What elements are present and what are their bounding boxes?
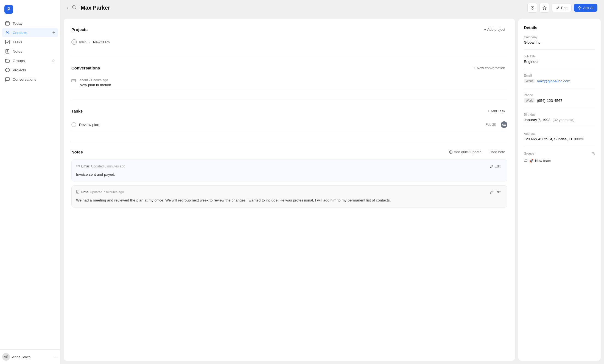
company-label: Company	[524, 35, 595, 39]
birthday-label: Birthday	[524, 113, 595, 116]
sidebar-user: AS Anna Smith ⋯	[0, 349, 60, 364]
tasks-section: Tasks + Add Task Review plan Feb 28 AW	[71, 108, 507, 131]
email-value[interactable]: max@globalinc.com	[537, 79, 570, 83]
birthday-row: January 7, 1993 (32 years old)	[524, 118, 595, 122]
user-menu-button[interactable]: ⋯	[54, 354, 58, 360]
search-icon[interactable]	[72, 5, 76, 10]
note-edit-button[interactable]: Edit	[488, 164, 503, 169]
avatar: AS	[2, 353, 10, 361]
detail-address: Address 123 NW 456th St, Sunrise, FL 333…	[524, 132, 595, 146]
list-item[interactable]: about 21 hours ago New plan in motion	[71, 75, 507, 90]
sidebar-item-projects-label: Projects	[13, 68, 26, 72]
details-title: Details	[524, 25, 595, 30]
add-quick-update-label: Add quick update	[454, 150, 481, 154]
sidebar-item-notes-label: Notes	[13, 49, 22, 54]
document-icon	[5, 49, 10, 54]
groups-edit-button[interactable]: ✎	[592, 151, 595, 156]
calendar-icon	[5, 21, 10, 26]
sidebar-item-tasks[interactable]: Tasks	[2, 37, 58, 47]
sidebar-item-notes[interactable]: Notes	[2, 47, 58, 56]
svg-rect-0	[5, 22, 9, 25]
main-area: ‹ Max Parker	[60, 0, 604, 364]
notes-header: Notes Add quick update + Add note	[71, 149, 507, 155]
sidebar-item-today[interactable]: Today	[2, 19, 58, 28]
email-icon	[71, 79, 77, 84]
star-button[interactable]	[539, 3, 549, 13]
project-icon	[5, 68, 10, 72]
email-label: Email	[524, 74, 595, 77]
task-assignee-avatar: AW	[501, 121, 507, 128]
conversations-title: Conversations	[71, 66, 100, 70]
note-edit-button[interactable]: Edit	[488, 189, 503, 195]
groups-star-icon[interactable]: ☆	[52, 58, 55, 63]
sidebar-nav: Today Contacts + Tasks	[0, 19, 60, 349]
contacts-add-icon[interactable]: +	[52, 30, 55, 35]
job-title-label: Job title	[524, 55, 595, 58]
birthday-age: (32 years old)	[553, 118, 574, 122]
sidebar-item-groups[interactable]: Groups ☆	[2, 56, 58, 65]
groups-label: Groups	[524, 152, 534, 155]
detail-job-title: Job title Engineer	[524, 55, 595, 69]
address-value: 123 NW 456th St, Sunrise, FL 33323	[524, 137, 595, 141]
phone-row: Work (954)-123-4567	[524, 98, 595, 103]
note-edit-label: Edit	[494, 164, 500, 168]
new-conversation-button[interactable]: + New conversation	[471, 65, 507, 71]
projects-title: Projects	[71, 27, 88, 32]
add-project-button[interactable]: + Add project	[482, 26, 507, 33]
edit-button[interactable]: Edit	[552, 4, 571, 12]
sidebar-item-projects[interactable]: Projects	[2, 65, 58, 75]
note-meta: Email Updated 6 minutes ago	[76, 164, 125, 169]
svg-marker-10	[5, 68, 9, 72]
sidebar-item-contacts[interactable]: Contacts +	[2, 28, 58, 37]
user-name: Anna Smith	[12, 355, 51, 359]
add-note-button[interactable]: + Add note	[486, 149, 507, 155]
back-button[interactable]: ‹	[67, 5, 69, 11]
job-title-value: Engineer	[524, 60, 595, 64]
list-item[interactable]: Intro / New team	[71, 37, 507, 47]
projects-header: Projects + Add project	[71, 26, 507, 33]
note-edit-label: Edit	[494, 190, 500, 194]
note-meta: Note Updated 7 minutes ago	[76, 190, 124, 194]
add-task-button[interactable]: + Add Task	[485, 108, 507, 114]
project-name: New team	[93, 40, 110, 44]
center-panel: Projects + Add project Intro / New team	[64, 19, 515, 361]
logo-icon: P	[4, 5, 13, 14]
detail-email: Email Work max@globalinc.com	[524, 74, 595, 88]
note-body: We had a meeting and reviewed the plan a…	[76, 198, 503, 203]
phone-label: Phone	[524, 93, 595, 97]
note-card-header: Email Updated 6 minutes ago Edit	[76, 164, 503, 169]
sidebar-item-contacts-label: Contacts	[13, 31, 27, 35]
phone-value: (954)-123-4567	[537, 99, 562, 103]
edit-label: Edit	[561, 6, 567, 10]
note-body: Invoice sent and payed.	[76, 172, 503, 177]
topbar-actions: Edit Ask AI	[527, 3, 597, 13]
conversations-section: Conversations + New conversation about 2…	[71, 65, 507, 90]
sidebar-item-conversations-label: Conversations	[13, 77, 36, 82]
tasks-title: Tasks	[71, 109, 83, 113]
company-value: Global Inc	[524, 40, 595, 44]
notes-title: Notes	[71, 150, 83, 154]
svg-marker-14	[543, 6, 546, 9]
list-item: Review plan Feb 28 AW	[71, 119, 507, 131]
checkmark-icon	[5, 40, 10, 44]
history-button[interactable]	[527, 3, 537, 13]
tasks-header: Tasks + Add Task	[71, 108, 507, 114]
sidebar: P Today Contacts +	[0, 0, 60, 364]
svg-point-11	[72, 5, 75, 8]
conversation-subject: New plan in motion	[80, 83, 111, 87]
folder-icon	[5, 58, 10, 63]
note-doc-icon	[76, 190, 80, 194]
email-note-icon	[76, 164, 80, 169]
sidebar-item-conversations[interactable]: Conversations	[2, 75, 58, 84]
conversation-time: about 21 hours ago	[80, 78, 111, 82]
note-updated: Updated 7 minutes ago	[90, 190, 124, 194]
projects-section: Projects + Add project Intro / New team	[71, 26, 507, 47]
add-quick-update-button[interactable]: Add quick update	[447, 149, 483, 155]
email-row: Work max@globalinc.com	[524, 79, 595, 83]
page-title: Max Parker	[81, 5, 524, 11]
note-card: Note Updated 7 minutes ago Edit We had a…	[71, 185, 507, 207]
detail-birthday: Birthday January 7, 1993 (32 years old)	[524, 113, 595, 127]
ask-ai-button[interactable]: Ask AI	[574, 4, 597, 12]
task-checkbox[interactable]	[71, 122, 76, 127]
sidebar-item-groups-label: Groups	[13, 59, 25, 63]
